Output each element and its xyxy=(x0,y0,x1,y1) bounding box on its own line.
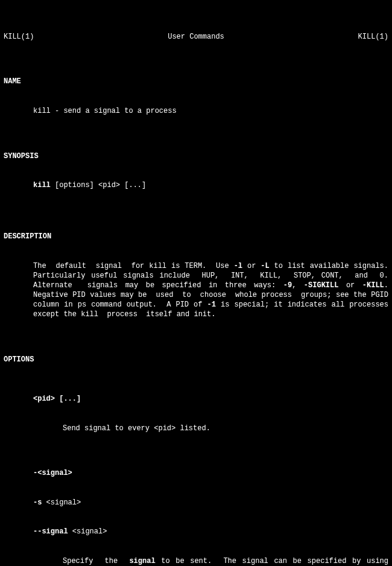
option-pid-desc: Send signal to every <pid> listed. xyxy=(63,424,388,433)
option-signal-term-3: --signal <signal> xyxy=(33,527,388,536)
header-center: User Commands xyxy=(168,32,224,42)
manpage-header: KILL(1) User Commands KILL(1) xyxy=(4,32,388,42)
section-name-body: kill - send a signal to a process xyxy=(33,106,388,116)
option-signal-desc: Specify the signal to be sent. The signa… xyxy=(63,556,388,566)
section-synopsis-heading: SYNOPSIS xyxy=(4,151,388,161)
header-left: KILL(1) xyxy=(4,32,34,42)
option-signal-term-2: -s <signal> xyxy=(33,498,388,507)
option-pid-term: <pid> [...] xyxy=(33,394,388,404)
section-synopsis-body: kill [options] <pid> [...] xyxy=(33,180,388,190)
section-description-heading: DESCRIPTION xyxy=(4,232,388,241)
section-description-body: The default signal for kill is TERM. Use… xyxy=(33,261,388,320)
option-signal-term-1: -<signal> xyxy=(33,468,388,478)
section-name-heading: NAME xyxy=(4,77,388,86)
synopsis-args: [options] <pid> [...] xyxy=(51,181,146,189)
section-options-heading: OPTIONS xyxy=(4,355,388,364)
synopsis-cmd: kill xyxy=(33,181,51,189)
manpage-document: KILL(1) User Commands KILL(1) NAME kill … xyxy=(0,0,392,566)
header-right: KILL(1) xyxy=(358,32,388,42)
